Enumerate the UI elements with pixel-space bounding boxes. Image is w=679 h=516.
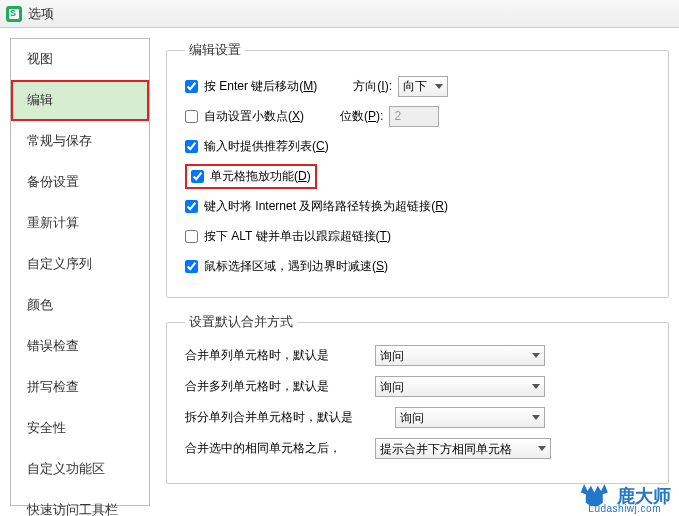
merge-defaults-group: 设置默认合并方式 合并单列单元格时，默认是 询问 合并多列单元格时，默认是 询问… xyxy=(166,314,669,484)
checkbox-alt-click-input[interactable] xyxy=(185,230,198,243)
edit-settings-group: 编辑设置 按 Enter 键后移动(M) 方向(I): 向下 自动设置小数点(X… xyxy=(166,42,669,298)
edit-settings-legend: 编辑设置 xyxy=(185,42,245,59)
checkbox-alt-click[interactable]: 按下 ALT 键并单击以跟踪超链接(T) xyxy=(185,228,391,245)
checkbox-decimal[interactable]: 自动设置小数点(X) xyxy=(185,108,304,125)
sidebar-item-backup[interactable]: 备份设置 xyxy=(11,162,149,203)
merge-single-col-label: 合并单列单元格时，默认是 xyxy=(185,347,375,364)
sidebar-item-error-check[interactable]: 错误检查 xyxy=(11,326,149,367)
after-merge-same-select[interactable]: 提示合并下方相同单元格 xyxy=(375,438,551,459)
direction-label: 方向(I): xyxy=(353,78,392,95)
highlighted-option: 单元格拖放功能(D) xyxy=(185,164,317,189)
sidebar-item-recalc[interactable]: 重新计算 xyxy=(11,203,149,244)
merge-multi-col-select[interactable]: 询问 xyxy=(375,376,545,397)
checkbox-slow-on-edge-input[interactable] xyxy=(185,260,198,273)
checkbox-autocomplete-input[interactable] xyxy=(185,140,198,153)
split-single-col-label: 拆分单列合并单元格时，默认是 xyxy=(185,409,395,426)
merge-defaults-legend: 设置默认合并方式 xyxy=(185,314,297,331)
checkbox-enter-move[interactable]: 按 Enter 键后移动(M) xyxy=(185,78,317,95)
sidebar-item-quick-access[interactable]: 快速访问工具栏 xyxy=(11,490,149,516)
app-icon xyxy=(6,6,22,22)
checkbox-enter-move-input[interactable] xyxy=(185,80,198,93)
sidebar-item-view[interactable]: 视图 xyxy=(11,39,149,80)
checkbox-hyperlink[interactable]: 键入时将 Internet 及网络路径转换为超链接(R) xyxy=(185,198,448,215)
sidebar-item-custom-lists[interactable]: 自定义序列 xyxy=(11,244,149,285)
split-single-col-select[interactable]: 询问 xyxy=(395,407,545,428)
checkbox-decimal-input[interactable] xyxy=(185,110,198,123)
sidebar-item-customize-ribbon[interactable]: 自定义功能区 xyxy=(11,449,149,490)
sidebar-item-edit[interactable]: 编辑 xyxy=(11,80,149,121)
watermark: 鹿大师 Ludashiwj.com xyxy=(579,482,671,510)
checkbox-hyperlink-input[interactable] xyxy=(185,200,198,213)
merge-single-col-select[interactable]: 询问 xyxy=(375,345,545,366)
after-merge-same-label: 合并选中的相同单元格之后， xyxy=(185,440,375,457)
places-spinner[interactable] xyxy=(389,106,439,127)
sidebar-item-general-save[interactable]: 常规与保存 xyxy=(11,121,149,162)
merge-multi-col-label: 合并多列单元格时，默认是 xyxy=(185,378,375,395)
watermark-sub: Ludashiwj.com xyxy=(588,503,661,514)
sidebar-item-spell-check[interactable]: 拼写检查 xyxy=(11,367,149,408)
checkbox-cell-drag-input[interactable] xyxy=(191,170,204,183)
checkbox-cell-drag[interactable]: 单元格拖放功能(D) xyxy=(191,168,311,185)
sidebar-item-security[interactable]: 安全性 xyxy=(11,408,149,449)
checkbox-autocomplete[interactable]: 输入时提供推荐列表(C) xyxy=(185,138,329,155)
checkbox-slow-on-edge[interactable]: 鼠标选择区域，遇到边界时减速(S) xyxy=(185,258,388,275)
direction-select[interactable]: 向下 xyxy=(398,76,448,97)
sidebar: 视图 编辑 常规与保存 备份设置 重新计算 自定义序列 颜色 错误检查 拼写检查… xyxy=(10,38,150,506)
places-label: 位数(P): xyxy=(340,108,383,125)
window-title: 选项 xyxy=(28,5,54,23)
sidebar-item-color[interactable]: 颜色 xyxy=(11,285,149,326)
